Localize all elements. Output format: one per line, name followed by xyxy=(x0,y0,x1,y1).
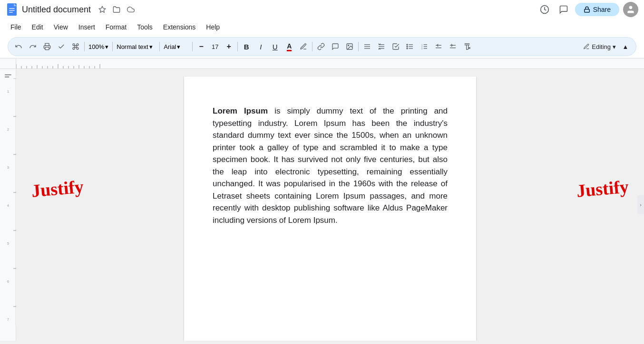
svg-point-20 xyxy=(407,44,408,45)
style-chevron: ▾ xyxy=(149,43,153,50)
divider-3 xyxy=(159,42,160,51)
font-selector[interactable]: Arial ▾ xyxy=(162,40,190,53)
divider-7 xyxy=(358,42,359,51)
annotation-left: Justify xyxy=(30,176,84,201)
toolbar: 100% ▾ Normal text ▾ Arial ▾ − + B I U A xyxy=(8,37,636,56)
spellcheck-button[interactable] xyxy=(55,40,68,53)
comment-toolbar-button[interactable] xyxy=(329,40,342,53)
svg-point-10 xyxy=(348,45,349,46)
divider-1 xyxy=(84,42,85,51)
divider-6 xyxy=(312,42,312,51)
document-page[interactable]: Lorem Ipsum is simply dummy text of the … xyxy=(184,76,476,341)
menu-file[interactable]: File xyxy=(6,21,26,33)
align-button[interactable] xyxy=(361,40,374,53)
svg-text:7: 7 xyxy=(7,317,10,322)
content-bold: Lorem Ipsum xyxy=(213,106,268,115)
svg-text:3: 3 xyxy=(421,48,423,50)
svg-text:3: 3 xyxy=(7,165,10,170)
clear-format-button[interactable] xyxy=(460,40,474,53)
svg-text:6: 6 xyxy=(7,279,10,284)
menu-format[interactable]: Format xyxy=(101,21,131,33)
menu-extensions[interactable]: Extensions xyxy=(158,21,200,33)
divider-5 xyxy=(237,42,238,51)
left-sidebar: 1 2 3 4 5 6 7 xyxy=(0,69,16,341)
menu-insert[interactable]: Insert xyxy=(74,21,100,33)
divider-4 xyxy=(192,42,193,51)
star-icon[interactable] xyxy=(97,4,108,15)
svg-rect-8 xyxy=(45,47,49,49)
svg-marker-4 xyxy=(99,6,105,12)
svg-text:2: 2 xyxy=(7,127,10,132)
right-panel-toggle[interactable]: › xyxy=(637,195,644,214)
svg-text:5: 5 xyxy=(7,241,10,246)
highlight-button[interactable] xyxy=(297,40,310,53)
history-icon[interactable] xyxy=(537,2,552,17)
zoom-selector[interactable]: 100% ▾ xyxy=(87,40,110,53)
style-selector[interactable]: Normal text ▾ xyxy=(115,40,157,53)
font-size-area: − + xyxy=(195,40,235,53)
font-size-input[interactable] xyxy=(208,43,222,50)
style-value: Normal text xyxy=(117,43,148,50)
editing-chevron: ▾ xyxy=(613,43,616,50)
svg-rect-3 xyxy=(9,12,13,13)
toolbar-collapse-button[interactable]: ▲ xyxy=(619,40,632,53)
undo-button[interactable] xyxy=(12,40,25,53)
redo-button[interactable] xyxy=(26,40,39,53)
svg-text:1: 1 xyxy=(7,89,10,94)
link-button[interactable] xyxy=(314,40,328,53)
ruler-main xyxy=(16,58,644,68)
annotation-right: Justify xyxy=(576,176,629,201)
checklist-button[interactable] xyxy=(389,40,402,53)
numbered-list-button[interactable]: 123 xyxy=(418,40,431,53)
editing-label: Editing xyxy=(592,43,611,50)
user-avatar[interactable] xyxy=(623,2,638,17)
image-button[interactable] xyxy=(343,40,356,53)
print-button[interactable] xyxy=(40,40,54,53)
indent-decrease-button[interactable] xyxy=(432,40,445,53)
cloud-icon[interactable] xyxy=(125,4,137,15)
paint-format-button[interactable] xyxy=(69,40,82,53)
share-button[interactable]: Share xyxy=(575,3,619,16)
zoom-chevron: ▾ xyxy=(105,43,108,50)
content-area[interactable]: Justify Justify Lorem Ipsum is simply du… xyxy=(16,69,644,341)
content-body: is simply dummy text of the printing and… xyxy=(213,106,448,225)
menu-bar: File Edit View Insert Format Tools Exten… xyxy=(0,19,644,35)
underline-button[interactable]: U xyxy=(268,40,282,53)
bold-button[interactable]: B xyxy=(240,40,253,53)
zoom-value: 100% xyxy=(88,43,104,50)
svg-point-22 xyxy=(407,48,408,49)
bullet-list-button[interactable] xyxy=(403,40,417,53)
font-size-increase[interactable]: + xyxy=(222,40,235,53)
svg-rect-56 xyxy=(0,78,16,325)
menu-edit[interactable]: Edit xyxy=(27,21,48,33)
divider-2 xyxy=(112,42,113,51)
line-spacing-button[interactable] xyxy=(375,40,388,53)
menu-view[interactable]: View xyxy=(49,21,73,33)
editing-selector[interactable]: Editing ▾ xyxy=(581,40,618,53)
italic-button[interactable]: I xyxy=(254,40,267,53)
menu-tools[interactable]: Tools xyxy=(132,21,157,33)
svg-point-7 xyxy=(629,6,633,10)
svg-rect-6 xyxy=(584,9,589,12)
document-content[interactable]: Lorem Ipsum is simply dummy text of the … xyxy=(213,105,448,226)
font-chevron: ▾ xyxy=(177,43,180,50)
doc-icon xyxy=(6,2,18,17)
menu-help[interactable]: Help xyxy=(201,21,224,33)
ruler-container xyxy=(0,58,644,69)
font-value: Arial xyxy=(164,43,176,50)
indent-increase-button[interactable] xyxy=(446,40,459,53)
svg-rect-2 xyxy=(9,10,15,11)
folder-icon[interactable] xyxy=(111,4,122,15)
share-label: Share xyxy=(593,6,611,13)
document-title[interactable]: Untitled document xyxy=(22,5,91,15)
svg-text:4: 4 xyxy=(7,203,10,208)
svg-point-21 xyxy=(407,46,408,47)
text-color-button[interactable]: A xyxy=(283,40,296,53)
ruler-left-side xyxy=(0,58,16,68)
font-size-decrease[interactable]: − xyxy=(195,40,208,53)
svg-rect-1 xyxy=(9,8,15,9)
comment-icon[interactable] xyxy=(556,2,571,17)
svg-rect-35 xyxy=(16,58,644,68)
